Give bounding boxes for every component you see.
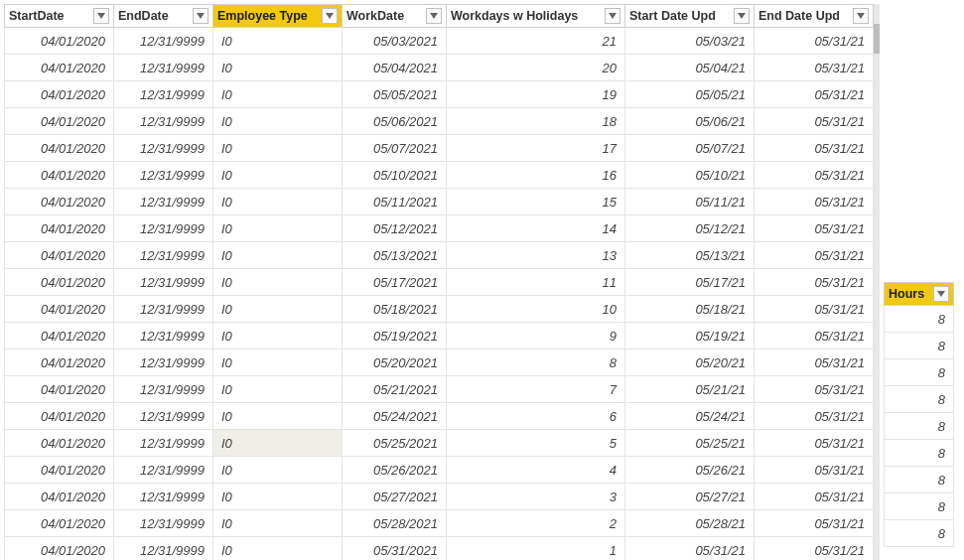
cell-startDateUpd[interactable]: 05/27/21 [625,484,755,510]
table-row[interactable]: 8 [885,333,954,359]
cell-hours[interactable]: 8 [885,333,954,359]
cell-employeeType[interactable]: I0 [213,55,343,81]
cell-workdays[interactable]: 5 [447,430,625,457]
cell-employeeType[interactable]: I0 [213,162,343,189]
cell-hours[interactable]: 8 [885,440,954,467]
cell-startDateUpd[interactable]: 05/19/21 [625,323,755,350]
table-row[interactable]: 04/01/202012/31/9999I005/31/2021105/31/2… [5,537,874,561]
table-row[interactable]: 04/01/202012/31/9999I005/06/20211805/06/… [5,108,874,135]
cell-endDateUpd[interactable]: 05/31/21 [755,484,874,510]
filter-dropdown-icon[interactable] [853,8,869,24]
cell-workdays[interactable]: 1 [447,537,625,561]
table-row[interactable]: 8 [885,386,954,413]
table-row[interactable]: 04/01/202012/31/9999I005/04/20212005/04/… [5,55,874,81]
cell-hours[interactable]: 8 [885,306,954,333]
cell-workdays[interactable]: 19 [447,81,625,108]
cell-startDateUpd[interactable]: 05/18/21 [625,296,755,323]
cell-startDateUpd[interactable]: 05/25/21 [625,430,755,457]
cell-endDate[interactable]: 12/31/9999 [114,457,213,484]
cell-employeeType[interactable]: I0 [213,484,343,510]
cell-workDate[interactable]: 05/04/2021 [343,55,447,81]
header-workdate[interactable]: WorkDate [343,5,447,28]
cell-workDate[interactable]: 05/26/2021 [343,457,447,484]
cell-workDate[interactable]: 05/28/2021 [343,510,447,537]
table-row[interactable]: 04/01/202012/31/9999I005/26/2021405/26/2… [5,457,874,484]
cell-startDateUpd[interactable]: 05/31/21 [625,537,755,561]
table-row[interactable]: 8 [885,493,954,520]
cell-startDateUpd[interactable]: 05/17/21 [625,269,755,296]
cell-workDate[interactable]: 05/10/2021 [343,162,447,189]
cell-employeeType[interactable]: I0 [213,430,343,457]
cell-startDateUpd[interactable]: 05/13/21 [625,242,755,269]
table-row[interactable]: 8 [885,440,954,467]
header-enddate-upd[interactable]: End Date Upd [755,5,874,28]
cell-employeeType[interactable]: I0 [213,189,343,215]
cell-employeeType[interactable]: I0 [213,403,343,430]
filter-dropdown-icon[interactable] [322,8,338,24]
cell-workDate[interactable]: 05/19/2021 [343,323,447,350]
table-row[interactable]: 04/01/202012/31/9999I005/12/20211405/12/… [5,215,874,242]
cell-startDateUpd[interactable]: 05/07/21 [625,135,755,162]
cell-startDate[interactable]: 04/01/2020 [5,430,114,457]
cell-employeeType[interactable]: I0 [213,537,343,561]
table-row[interactable]: 04/01/202012/31/9999I005/13/20211305/13/… [5,242,874,269]
cell-employeeType[interactable]: I0 [213,296,343,323]
cell-endDateUpd[interactable]: 05/31/21 [755,350,874,376]
cell-startDateUpd[interactable]: 05/03/21 [625,28,755,55]
cell-workdays[interactable]: 15 [447,189,625,215]
hours-table[interactable]: Hours 888888888 [884,282,954,547]
cell-endDateUpd[interactable]: 05/31/21 [755,457,874,484]
cell-workDate[interactable]: 05/18/2021 [343,296,447,323]
table-row[interactable]: 8 [885,359,954,386]
filter-dropdown-icon[interactable] [93,8,109,24]
cell-startDate[interactable]: 04/01/2020 [5,296,114,323]
cell-endDate[interactable]: 12/31/9999 [114,296,213,323]
table-row[interactable]: 04/01/202012/31/9999I005/11/20211505/11/… [5,189,874,215]
cell-startDate[interactable]: 04/01/2020 [5,457,114,484]
vertical-scrollbar[interactable] [874,4,880,560]
table-row[interactable]: 04/01/202012/31/9999I005/24/2021605/24/2… [5,403,874,430]
cell-startDateUpd[interactable]: 05/06/21 [625,108,755,135]
cell-endDate[interactable]: 12/31/9999 [114,215,213,242]
cell-startDate[interactable]: 04/01/2020 [5,108,114,135]
cell-endDate[interactable]: 12/31/9999 [114,162,213,189]
cell-workdays[interactable]: 8 [447,350,625,376]
cell-endDateUpd[interactable]: 05/31/21 [755,430,874,457]
cell-workDate[interactable]: 05/27/2021 [343,484,447,510]
cell-employeeType[interactable]: I0 [213,510,343,537]
table-row[interactable]: 04/01/202012/31/9999I005/10/20211605/10/… [5,162,874,189]
cell-endDate[interactable]: 12/31/9999 [114,403,213,430]
header-startdate-upd[interactable]: Start Date Upd [625,5,755,28]
cell-workdays[interactable]: 4 [447,457,625,484]
cell-endDateUpd[interactable]: 05/31/21 [755,108,874,135]
cell-endDateUpd[interactable]: 05/31/21 [755,537,874,561]
table-row[interactable]: 8 [885,413,954,440]
cell-employeeType[interactable]: I0 [213,242,343,269]
cell-endDate[interactable]: 12/31/9999 [114,430,213,457]
table-row[interactable]: 04/01/202012/31/9999I005/25/2021505/25/2… [5,430,874,457]
cell-endDateUpd[interactable]: 05/31/21 [755,189,874,215]
cell-endDate[interactable]: 12/31/9999 [114,323,213,350]
table-row[interactable]: 04/01/202012/31/9999I005/27/2021305/27/2… [5,484,874,510]
cell-endDate[interactable]: 12/31/9999 [114,55,213,81]
cell-employeeType[interactable]: I0 [213,108,343,135]
cell-endDateUpd[interactable]: 05/31/21 [755,162,874,189]
cell-endDate[interactable]: 12/31/9999 [114,28,213,55]
cell-startDate[interactable]: 04/01/2020 [5,81,114,108]
cell-workDate[interactable]: 05/07/2021 [343,135,447,162]
filter-dropdown-icon[interactable] [734,8,750,24]
cell-startDate[interactable]: 04/01/2020 [5,215,114,242]
cell-endDate[interactable]: 12/31/9999 [114,108,213,135]
cell-startDate[interactable]: 04/01/2020 [5,269,114,296]
cell-workDate[interactable]: 05/12/2021 [343,215,447,242]
cell-workdays[interactable]: 9 [447,323,625,350]
cell-employeeType[interactable]: I0 [213,81,343,108]
table-row[interactable]: 04/01/202012/31/9999I005/07/20211705/07/… [5,135,874,162]
cell-workDate[interactable]: 05/11/2021 [343,189,447,215]
cell-startDateUpd[interactable]: 05/04/21 [625,55,755,81]
cell-startDate[interactable]: 04/01/2020 [5,242,114,269]
cell-startDateUpd[interactable]: 05/12/21 [625,215,755,242]
header-employee-type[interactable]: Employee Type [213,5,343,28]
cell-startDateUpd[interactable]: 05/20/21 [625,350,755,376]
header-startdate[interactable]: StartDate [5,5,114,28]
